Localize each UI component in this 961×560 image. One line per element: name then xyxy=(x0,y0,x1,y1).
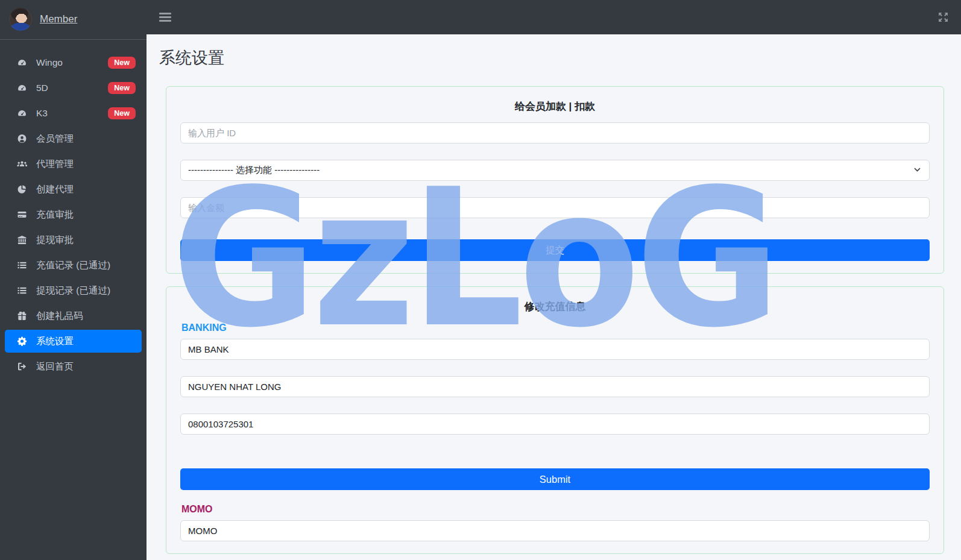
tachometer-icon xyxy=(15,109,28,118)
sidebar-item-recharge-records[interactable]: 充值记录 (已通过) xyxy=(5,254,142,277)
sidebar-item-create-agent[interactable]: 创建代理 xyxy=(5,178,142,201)
avatar xyxy=(9,8,32,31)
credit-card-icon xyxy=(15,210,28,219)
function-select[interactable]: --------------- 选择功能 --------------- xyxy=(180,160,930,181)
sidebar-nav: WingoNew5DNewK3New会员管理代理管理创建代理充值审批提现审批充值… xyxy=(0,40,147,378)
sidebar-item-k3[interactable]: K3New xyxy=(5,102,142,125)
new-badge: New xyxy=(108,57,136,69)
tachometer-icon xyxy=(15,83,28,93)
users-icon xyxy=(15,159,28,169)
sidebar-item-label: 返回首页 xyxy=(36,360,74,373)
sidebar-item-label: 5D xyxy=(36,83,48,93)
bank-name-input[interactable] xyxy=(180,339,930,360)
fullscreen-icon[interactable] xyxy=(938,12,948,22)
sidebar-item-agent-management[interactable]: 代理管理 xyxy=(5,153,142,175)
sidebar-item-label: 创建礼品码 xyxy=(36,310,83,322)
new-badge: New xyxy=(108,107,136,120)
sidebar-user-panel: Member xyxy=(0,0,147,40)
sidebar-item-create-gift-code[interactable]: 创建礼品码 xyxy=(5,304,142,327)
function-select-value: --------------- 选择功能 --------------- xyxy=(188,165,320,176)
gift-icon xyxy=(15,311,28,321)
member-profile-link[interactable]: Member xyxy=(40,13,77,25)
menu-toggle-icon[interactable] xyxy=(159,13,171,22)
sidebar-item-recharge-approval[interactable]: 充值审批 xyxy=(5,203,142,226)
account-name-input[interactable] xyxy=(180,376,930,397)
banking-label: BANKING xyxy=(181,322,930,333)
amount-input[interactable] xyxy=(180,197,930,218)
sidebar-item-label: 充值审批 xyxy=(36,209,74,221)
gear-icon xyxy=(15,336,28,346)
sidebar-item-label: 系统设置 xyxy=(36,335,74,348)
submit-balance-button[interactable]: 提交 xyxy=(180,239,930,261)
sidebar-item-label: 创建代理 xyxy=(36,183,74,196)
sidebar-item-label: Wingo xyxy=(36,57,63,68)
sidebar-item-back-home[interactable]: 返回首页 xyxy=(5,355,142,378)
sidebar-item-label: 代理管理 xyxy=(36,158,74,171)
bank-icon xyxy=(15,235,28,245)
sidebar-item-withdraw-approval[interactable]: 提现审批 xyxy=(5,228,142,251)
page-title: 系统设置 xyxy=(159,47,944,69)
recharge-info-card: 修改充值信息 BANKING Submit MOMO xyxy=(166,286,944,554)
list-icon xyxy=(15,260,28,270)
sidebar-item-label: K3 xyxy=(36,108,48,119)
sidebar-item-wingo[interactable]: WingoNew xyxy=(5,51,142,74)
user-circle-icon xyxy=(15,134,28,143)
sidebar-item-label: 提现记录 (已通过) xyxy=(36,285,110,297)
tachometer-icon xyxy=(15,58,28,68)
submit-recharge-button[interactable]: Submit xyxy=(180,468,930,490)
member-balance-card: 给会员加款 | 扣款 --------------- 选择功能 --------… xyxy=(166,86,944,274)
topbar xyxy=(147,0,961,34)
main-content: 系统设置 给会员加款 | 扣款 --------------- 选择功能 ---… xyxy=(147,34,961,560)
momo-input[interactable] xyxy=(180,520,930,541)
sidebar: Member WingoNew5DNewK3New会员管理代理管理创建代理充值审… xyxy=(0,0,147,560)
sidebar-item-label: 会员管理 xyxy=(36,133,74,145)
sidebar-item-withdraw-records[interactable]: 提现记录 (已通过) xyxy=(5,279,142,302)
user-id-input[interactable] xyxy=(180,122,930,143)
chart-pie-icon xyxy=(15,184,28,194)
chevron-down-icon xyxy=(913,165,921,175)
sidebar-item-label: 充值记录 (已通过) xyxy=(36,259,110,272)
recharge-info-card-title: 修改充值信息 xyxy=(180,300,930,313)
member-balance-card-title: 给会员加款 | 扣款 xyxy=(180,99,930,113)
new-badge: New xyxy=(108,82,136,95)
account-number-input[interactable] xyxy=(180,414,930,435)
sidebar-item-member-management[interactable]: 会员管理 xyxy=(5,127,142,150)
momo-label: MOMO xyxy=(181,504,930,515)
sidebar-item-label: 提现审批 xyxy=(36,234,74,247)
sign-out-icon xyxy=(15,362,28,371)
list-icon xyxy=(15,286,28,295)
sidebar-item-5d[interactable]: 5DNew xyxy=(5,77,142,99)
sidebar-item-system-settings[interactable]: 系统设置 xyxy=(5,330,142,353)
